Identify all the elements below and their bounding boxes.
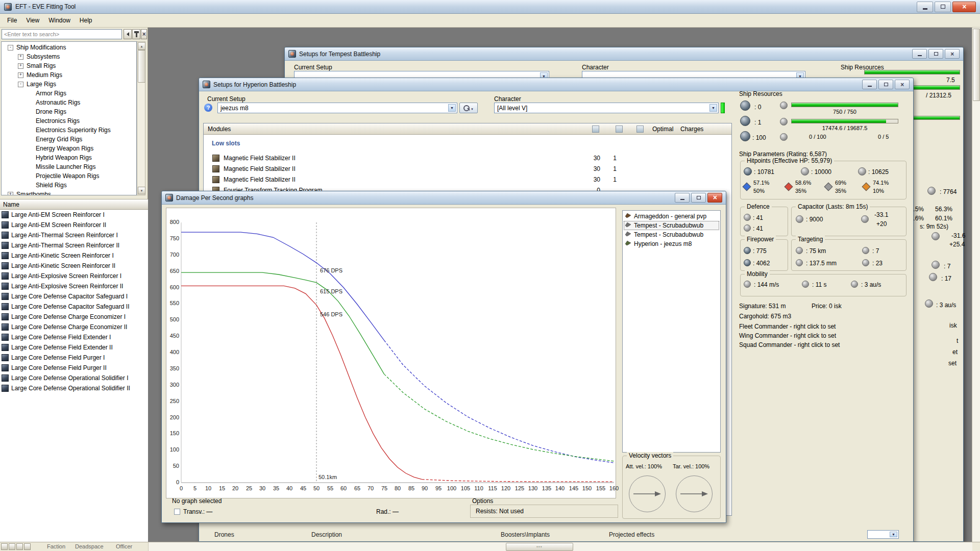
list-item[interactable]: Large Core Defense Charge Economizer I bbox=[0, 312, 148, 322]
section-label-1[interactable]: Drones bbox=[214, 531, 234, 538]
tree-item[interactable]: Shield Rigs bbox=[2, 181, 136, 190]
fleet-commander-line[interactable]: Fleet Commander - right click to set bbox=[739, 323, 836, 330]
tree-item[interactable]: Electronics Superiority Rigs bbox=[2, 126, 136, 135]
vscroll-thumb[interactable] bbox=[973, 29, 980, 101]
close-button[interactable] bbox=[952, 2, 976, 12]
list-item[interactable]: Large Anti-Kinetic Screen Reinforcer II bbox=[0, 261, 148, 271]
tree-expander-icon[interactable]: - bbox=[8, 45, 13, 51]
tree-item[interactable]: Energy Grid Rigs bbox=[2, 135, 136, 144]
setup-tools-button[interactable] bbox=[459, 103, 478, 113]
scroll-down-icon[interactable] bbox=[138, 187, 145, 194]
list-item[interactable]: Large Core Defense Field Purger I bbox=[0, 353, 148, 363]
tree-item[interactable]: Missile Launcher Rigs bbox=[2, 162, 136, 171]
meta-filter-box-1[interactable] bbox=[1, 543, 8, 550]
close-button[interactable] bbox=[895, 80, 910, 89]
main-vertical-scrollbar[interactable] bbox=[972, 28, 980, 542]
list-item[interactable]: Large Core Defense Operational Solidifie… bbox=[0, 383, 148, 393]
tree-item[interactable]: Astronautic Rigs bbox=[2, 98, 136, 107]
maximize-button[interactable] bbox=[928, 49, 943, 59]
menu-window[interactable]: Window bbox=[44, 14, 75, 27]
tree-item[interactable]: Drone Rigs bbox=[2, 107, 136, 116]
tree-expander-icon[interactable]: + bbox=[18, 72, 23, 78]
tree-expander-icon[interactable]: + bbox=[18, 54, 23, 60]
legend-item[interactable]: Tempest - Scrubadubwub bbox=[624, 230, 719, 239]
pin-panel-button[interactable] bbox=[132, 29, 140, 39]
bottom-panel-combo[interactable] bbox=[867, 530, 899, 539]
section-label-4[interactable]: Projected effects bbox=[609, 531, 654, 538]
character-combo[interactable]: [All level V] bbox=[494, 103, 719, 113]
tree-expander-icon[interactable]: - bbox=[18, 82, 23, 87]
list-column-header[interactable]: Name bbox=[0, 199, 148, 210]
module-row[interactable]: Magnetic Field Stabilizer II301 bbox=[204, 164, 731, 174]
minimize-button[interactable] bbox=[912, 49, 927, 59]
list-item[interactable]: Large Core Defense Charge Economizer II bbox=[0, 322, 148, 332]
minimize-button[interactable] bbox=[917, 2, 933, 12]
tree-item[interactable]: Electronics Rigs bbox=[2, 116, 136, 126]
list-item[interactable]: Large Core Defense Field Purger II bbox=[0, 363, 148, 373]
section-label-2[interactable]: Description bbox=[311, 531, 342, 538]
maximize-button[interactable] bbox=[878, 80, 893, 89]
cpu-column-icon[interactable] bbox=[592, 126, 599, 133]
filter-deadspace[interactable]: Deadspace bbox=[75, 543, 104, 549]
tree-item[interactable]: -Ship Modifications bbox=[2, 43, 136, 52]
meta-filter-box-2[interactable] bbox=[9, 543, 15, 550]
list-item[interactable]: Large Anti-EM Screen Reinforcer II bbox=[0, 220, 148, 230]
scroll-up-icon[interactable] bbox=[138, 42, 145, 50]
list-item[interactable]: Large Core Defense Capacitor Safeguard I… bbox=[0, 302, 148, 312]
maximize-button[interactable] bbox=[935, 2, 951, 12]
module-row[interactable]: Magnetic Field Stabilizer II301 bbox=[204, 174, 731, 185]
minimize-button[interactable] bbox=[862, 80, 877, 89]
meta-filter-box-4[interactable] bbox=[24, 543, 31, 550]
wing-commander-line[interactable]: Wing Commander - right click to set bbox=[739, 332, 836, 339]
list-item[interactable]: Large Anti-Explosive Screen Reinforcer I bbox=[0, 271, 148, 281]
list-item[interactable]: Large Anti-Thermal Screen Reinforcer I bbox=[0, 230, 148, 240]
powergrid-column-icon[interactable] bbox=[616, 126, 623, 133]
close-panel-button[interactable] bbox=[141, 29, 147, 39]
tree-scrollbar[interactable] bbox=[137, 41, 145, 195]
hscroll-thumb[interactable] bbox=[506, 543, 573, 551]
main-horizontal-scrollbar[interactable] bbox=[148, 542, 972, 551]
tree-scrollbar-thumb[interactable] bbox=[138, 50, 145, 83]
legend-item[interactable]: Armageddon - general pvp bbox=[624, 212, 719, 221]
minimize-button[interactable] bbox=[675, 193, 690, 203]
menu-help[interactable]: Help bbox=[75, 14, 97, 27]
tree-item[interactable]: Armor Rigs bbox=[2, 89, 136, 98]
squad-commander-line[interactable]: Squad Commander - right click to set bbox=[739, 341, 840, 348]
close-button[interactable] bbox=[945, 49, 960, 59]
setup-combo[interactable]: jeezus m8 bbox=[217, 103, 457, 113]
close-button[interactable] bbox=[707, 193, 722, 203]
transversal-checkbox[interactable] bbox=[174, 509, 180, 515]
collapse-panel-button[interactable] bbox=[124, 29, 132, 39]
list-item[interactable]: Large Core Defense Operational Solidifie… bbox=[0, 373, 148, 383]
tree-item[interactable]: Hybrid Weapon Rigs bbox=[2, 153, 136, 162]
tree-item[interactable]: +Small Rigs bbox=[2, 61, 136, 70]
list-item[interactable]: Large Anti-Kinetic Screen Reinforcer I bbox=[0, 251, 148, 261]
tree-item[interactable]: +Medium Rigs bbox=[2, 70, 136, 80]
filter-officer[interactable]: Officer bbox=[116, 543, 132, 549]
tree-item[interactable]: +Subsystems bbox=[2, 52, 136, 61]
menu-file[interactable]: File bbox=[3, 14, 21, 27]
list-item[interactable]: Large Core Defense Field Extender I bbox=[0, 332, 148, 342]
tree-expander-icon[interactable]: + bbox=[18, 63, 23, 69]
list-item[interactable]: Large Anti-EM Screen Reinforcer I bbox=[0, 210, 148, 220]
list-item[interactable]: Large Core Defense Capacitor Safeguard I bbox=[0, 291, 148, 302]
target-velocity-dial[interactable] bbox=[676, 475, 713, 512]
tree-item[interactable]: +Smartbombs bbox=[2, 190, 136, 195]
tree-expander-icon[interactable]: + bbox=[8, 192, 13, 196]
capacitor-column-icon[interactable] bbox=[636, 126, 644, 133]
legend-item[interactable]: Hyperion - jeezus m8 bbox=[624, 239, 719, 248]
tree-item[interactable]: -Large Rigs bbox=[2, 80, 136, 89]
maximize-button[interactable] bbox=[691, 193, 706, 203]
legend-item[interactable]: Tempest - Scrubadubwub bbox=[624, 221, 719, 230]
help-icon[interactable] bbox=[204, 104, 212, 112]
list-item[interactable]: Large Core Defense Field Extender II bbox=[0, 342, 148, 353]
modules-header[interactable]: Modules Optimal Charges bbox=[204, 123, 731, 135]
list-item[interactable]: Large Anti-Explosive Screen Reinforcer I… bbox=[0, 281, 148, 291]
module-row[interactable]: Magnetic Field Stabilizer II301 bbox=[204, 153, 731, 164]
list-item[interactable]: Large Anti-Thermal Screen Reinforcer II bbox=[0, 240, 148, 251]
menu-view[interactable]: View bbox=[21, 14, 44, 27]
meta-filter-box-3[interactable] bbox=[16, 543, 23, 550]
tempest-title-bar[interactable]: Setups for Tempest Battleship bbox=[285, 47, 963, 61]
tree-item[interactable]: Projectile Weapon Rigs bbox=[2, 171, 136, 181]
search-input[interactable] bbox=[2, 29, 122, 39]
